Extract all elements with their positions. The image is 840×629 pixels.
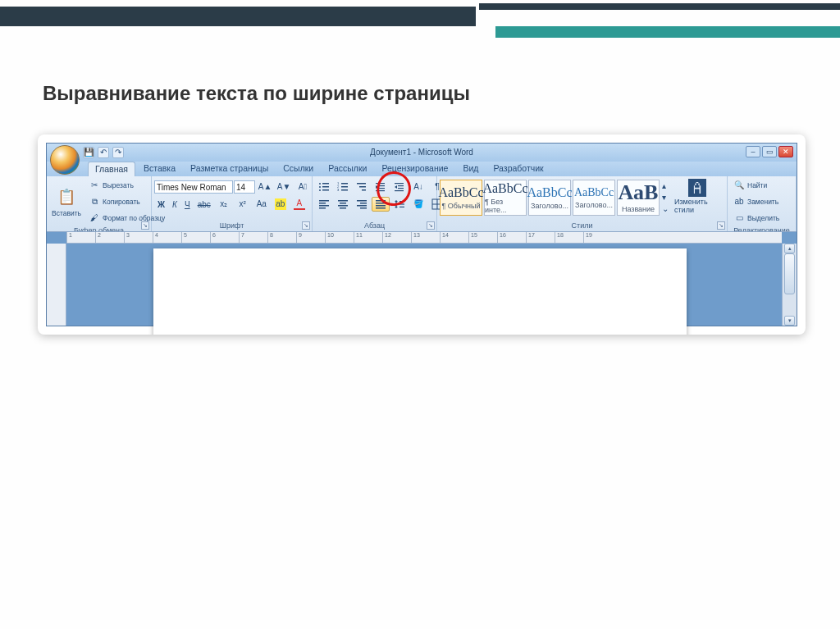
- style-heading1[interactable]: AaBbCc Заголово...: [528, 180, 571, 216]
- svg-rect-24: [319, 203, 326, 204]
- scroll-up-button[interactable]: ▴: [784, 244, 795, 253]
- underline-button[interactable]: Ч: [181, 198, 194, 211]
- font-group-label: Шрифт: [154, 221, 309, 231]
- subscript-button[interactable]: x₂: [215, 197, 233, 212]
- grow-font-button[interactable]: A▲: [256, 180, 274, 194]
- align-right-button[interactable]: [353, 197, 371, 212]
- find-button[interactable]: 🔍Найти: [730, 178, 793, 193]
- editing-group-label: Редактирование: [730, 226, 793, 232]
- bullets-button[interactable]: [315, 180, 333, 194]
- style-title[interactable]: АаВ Название: [617, 180, 660, 216]
- increase-indent-button[interactable]: [390, 180, 409, 194]
- superscript-icon: x²: [237, 198, 249, 210]
- paste-label: Вставить: [52, 209, 81, 217]
- align-left-button[interactable]: [315, 197, 333, 212]
- shading-button[interactable]: 🪣: [409, 197, 427, 212]
- styles-group-label: Стили: [440, 221, 724, 231]
- scroll-down-button[interactable]: ▾: [784, 316, 795, 326]
- minimize-button[interactable]: –: [746, 146, 760, 157]
- find-label: Найти: [747, 181, 767, 189]
- clear-formatting-button[interactable]: Aͯ: [294, 180, 312, 194]
- highlight-button[interactable]: ab: [272, 197, 290, 212]
- change-case-button[interactable]: Aa: [253, 197, 271, 212]
- shading-icon: 🪣: [413, 198, 424, 210]
- font-name-input[interactable]: [154, 180, 233, 194]
- paste-button[interactable]: 📋 Вставить: [49, 185, 84, 220]
- decrease-indent-button[interactable]: [372, 180, 390, 194]
- tab-home[interactable]: Главная: [88, 162, 135, 176]
- qat-save-button[interactable]: 💾: [83, 147, 94, 158]
- numbering-icon: 123: [337, 181, 349, 193]
- qat-redo-button[interactable]: ↷: [112, 147, 124, 158]
- svg-rect-5: [322, 189, 329, 191]
- svg-point-0: [319, 183, 321, 185]
- close-button[interactable]: ✕: [778, 146, 793, 157]
- svg-rect-3: [322, 186, 329, 188]
- replace-label: Заменить: [747, 198, 778, 206]
- paragraph-launcher[interactable]: ↘: [427, 221, 435, 230]
- tab-pagelayout[interactable]: Разметка страницы: [184, 162, 275, 176]
- font-color-button[interactable]: A: [290, 197, 308, 212]
- word-window: 💾 ↶ ↷ Документ1 - Microsoft Word – ▭ ✕ Г…: [46, 143, 797, 326]
- styles-more[interactable]: ⌄: [661, 203, 673, 214]
- styles-row-up[interactable]: ▴: [661, 180, 673, 191]
- tab-references[interactable]: Ссылки: [276, 162, 320, 176]
- save-icon: 💾: [84, 147, 94, 158]
- multilevel-button[interactable]: [353, 180, 371, 194]
- scroll-thumb[interactable]: [784, 253, 795, 294]
- style-heading2[interactable]: AaBbCc Заголово...: [573, 180, 615, 216]
- numbering-button[interactable]: 123: [334, 180, 352, 194]
- chevron-down-icon: ▾: [662, 193, 666, 202]
- change-styles-button[interactable]: 🅰 Изменить стили: [674, 180, 720, 214]
- maximize-button[interactable]: ▭: [762, 146, 777, 157]
- select-button[interactable]: ▭Выделить: [730, 211, 793, 226]
- svg-rect-17: [379, 188, 385, 189]
- italic-button[interactable]: К: [169, 198, 180, 211]
- justify-icon: [375, 198, 386, 210]
- tab-mailings[interactable]: Рассылки: [322, 162, 373, 176]
- horizontal-ruler[interactable]: 12345678910111213141516171819: [66, 232, 782, 244]
- vertical-scrollbar[interactable]: ▴ ▾: [782, 244, 797, 326]
- document-page[interactable]: [153, 248, 687, 335]
- strike-button[interactable]: abc: [194, 198, 214, 211]
- line-spacing-button[interactable]: [390, 197, 409, 212]
- font-launcher[interactable]: ↘: [302, 221, 310, 230]
- sort-button[interactable]: A↓: [409, 180, 427, 194]
- bold-button[interactable]: Ж: [154, 198, 168, 211]
- svg-rect-33: [357, 205, 367, 207]
- quick-access-toolbar: 💾 ↶ ↷: [83, 147, 124, 158]
- align-center-button[interactable]: [334, 197, 352, 212]
- styles-row-down[interactable]: ▾: [661, 191, 673, 203]
- decrease-indent-icon: [375, 181, 386, 193]
- svg-rect-14: [362, 189, 366, 191]
- tab-insert[interactable]: Вставка: [137, 162, 182, 176]
- tab-review[interactable]: Рецензирование: [375, 162, 454, 176]
- clipboard-group-label: Буфер обмена: [49, 226, 148, 232]
- clipboard-launcher[interactable]: ↘: [141, 221, 149, 230]
- office-button[interactable]: [50, 145, 80, 175]
- style-nospace[interactable]: AaBbCc ¶ Без инте...: [484, 180, 527, 216]
- document-area: 12345678910111213141516171819 ▴ ▾: [47, 232, 797, 326]
- shrink-font-button[interactable]: A▼: [275, 180, 293, 194]
- font-size-input[interactable]: [234, 180, 255, 194]
- replace-button[interactable]: abЗаменить: [730, 194, 793, 209]
- slide-header-bands: [0, 0, 840, 41]
- brush-icon: 🖌: [89, 212, 100, 224]
- tab-developer[interactable]: Разработчик: [486, 162, 550, 176]
- vertical-ruler[interactable]: [47, 244, 66, 326]
- style-h1-preview: AaBbCc: [527, 185, 572, 200]
- select-icon: ▭: [733, 212, 745, 224]
- qat-undo-button[interactable]: ↶: [98, 147, 109, 158]
- cut-label: Вырезать: [103, 181, 134, 189]
- justify-button[interactable]: [372, 197, 390, 212]
- tab-view[interactable]: Вид: [456, 162, 485, 176]
- style-normal[interactable]: AaBbCc ¶ Обычный: [440, 180, 482, 216]
- superscript-button[interactable]: x²: [234, 197, 252, 212]
- svg-rect-19: [395, 183, 404, 184]
- grow-font-icon: A▲: [259, 181, 271, 193]
- svg-rect-29: [338, 205, 348, 207]
- styles-launcher[interactable]: ↘: [717, 221, 725, 230]
- style-nospace-preview: AaBbCc: [482, 181, 527, 196]
- find-icon: 🔍: [733, 180, 745, 191]
- window-system-buttons: – ▭ ✕: [746, 146, 793, 157]
